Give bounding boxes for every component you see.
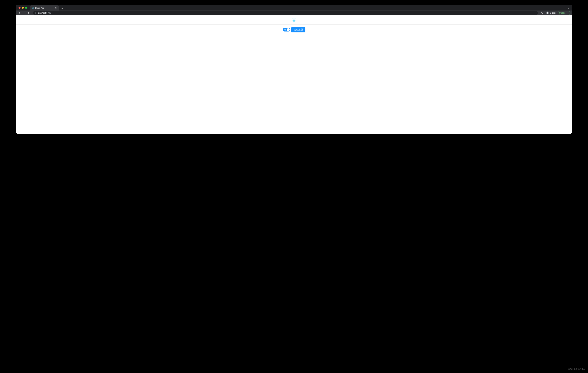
titlebar-right: ⌄	[567, 6, 569, 9]
page-viewport: 亮 动态主题	[16, 15, 572, 134]
address-bar[interactable]: ⓘ localhost:3000	[33, 11, 538, 15]
back-button[interactable]	[18, 11, 21, 15]
svg-point-5	[294, 19, 294, 20]
watermark: @稀土掘金技术社区	[568, 368, 585, 370]
browser-window: React App ✕ + ⌄ ⓘ localhost:3000	[16, 5, 572, 134]
new-tab-button[interactable]: +	[60, 7, 64, 10]
info-icon: ⓘ	[35, 12, 36, 14]
close-icon[interactable]: ✕	[55, 7, 57, 9]
update-button[interactable]: Update ⋮	[558, 11, 571, 15]
translate-icon[interactable]	[540, 11, 544, 15]
minimize-window-button[interactable]	[22, 7, 24, 9]
toolbar: ⓘ localhost:3000 Guest Update ⋮	[16, 10, 572, 15]
svg-point-0	[32, 8, 33, 8]
tab-title: React App	[35, 7, 44, 9]
tab-strip: React App ✕ +	[30, 5, 64, 10]
address-port: :3000	[46, 12, 51, 14]
controls-section: 亮 动态主题	[16, 25, 572, 35]
chevron-down-icon[interactable]: ⌄	[567, 6, 569, 9]
theme-switch[interactable]: 亮	[283, 28, 290, 31]
traffic-lights	[19, 7, 27, 9]
dynamic-theme-button[interactable]: 动态主题	[291, 27, 305, 32]
switch-knob	[287, 28, 290, 31]
svg-point-4	[547, 12, 548, 13]
tab-react-app[interactable]: React App ✕	[30, 5, 59, 10]
forward-button[interactable]	[22, 11, 26, 15]
close-window-button[interactable]	[19, 7, 21, 9]
profile-label: Guest	[550, 12, 555, 14]
reload-button[interactable]	[27, 11, 31, 15]
maximize-window-button[interactable]	[25, 7, 27, 9]
react-logo-icon	[292, 17, 296, 23]
switch-label: 亮	[284, 28, 286, 31]
update-label: Update	[559, 12, 566, 14]
logo-section	[16, 15, 572, 25]
avatar-icon	[546, 11, 549, 14]
titlebar: React App ✕ + ⌄	[16, 5, 572, 10]
address-host: localhost	[38, 12, 46, 14]
profile-chip[interactable]: Guest	[545, 11, 556, 15]
react-icon	[32, 7, 34, 9]
